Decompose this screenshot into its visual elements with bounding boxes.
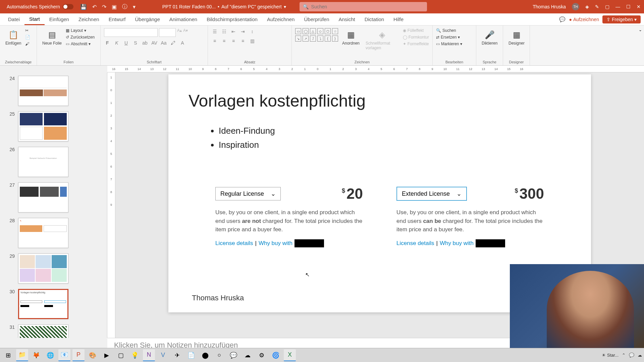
outlook-icon[interactable]: 📧 — [58, 349, 70, 361]
chrome-icon[interactable]: 🌐 — [44, 349, 56, 361]
why-buy-link[interactable]: Why buy with — [440, 240, 474, 247]
align-right-icon[interactable]: ≡ — [230, 38, 237, 44]
excel-icon[interactable]: X — [284, 349, 296, 361]
shadow-icon[interactable]: ab — [142, 40, 148, 46]
maximize-button[interactable]: ☐ — [626, 4, 631, 9]
why-buy-link[interactable]: Why buy with — [259, 240, 292, 247]
close-button[interactable]: ✕ — [637, 4, 641, 9]
weather-widget[interactable]: ☀ Star... — [602, 353, 619, 358]
font-color-icon[interactable]: A — [179, 40, 186, 46]
cut-icon[interactable]: ✂ — [25, 28, 30, 33]
section-button[interactable]: ▭ Abschnitt ▾ — [66, 42, 95, 46]
tray-icon[interactable]: 💬 — [629, 353, 634, 358]
tab-datei[interactable]: Datei — [3, 13, 24, 25]
save-icon[interactable]: 💾 — [80, 4, 87, 10]
increase-font-icon[interactable]: A▴ — [177, 28, 182, 37]
find-button[interactable]: 🔍 Suchen — [436, 28, 462, 33]
tab-animationen[interactable]: Animationen — [165, 13, 202, 25]
arrange-button[interactable]: ▦Anordnen — [340, 28, 362, 47]
tab-entwurf[interactable]: Entwurf — [104, 13, 130, 25]
align-left-icon[interactable]: ≡ — [211, 38, 218, 44]
case-icon[interactable]: Aa — [160, 40, 167, 46]
firefox-icon[interactable]: 🦊 — [30, 349, 42, 361]
app-icon[interactable]: ▢ — [115, 349, 127, 361]
app-icon[interactable]: V — [157, 349, 169, 361]
slide-thumbnail-25[interactable] — [18, 111, 68, 141]
strike-icon[interactable]: S — [132, 40, 139, 46]
powerpoint-icon[interactable]: P — [72, 349, 85, 361]
app-icon[interactable]: ☁ — [241, 349, 254, 361]
new-slide-button[interactable]: ▤Neue Folie — [40, 28, 64, 47]
tab-ueberpruefen[interactable]: Überprüfen — [299, 13, 334, 25]
search-box[interactable]: 🔍 — [300, 2, 427, 11]
tab-bildschirm[interactable]: Bildschirmpräsentation — [202, 13, 262, 25]
onenote-icon[interactable]: N — [143, 349, 155, 361]
diamond-icon[interactable]: ◈ — [585, 4, 589, 9]
redo-icon[interactable]: ↷ — [102, 4, 106, 10]
more-icon[interactable]: ▾ — [133, 4, 136, 10]
slide-title[interactable]: Vorlagen kostenpflichtig — [189, 91, 571, 111]
justify-icon[interactable]: ≡ — [239, 38, 246, 44]
license-details-link[interactable]: License details — [215, 240, 253, 247]
slide-thumbnail-30[interactable]: Vorlagen kostenpflichtig — [18, 289, 68, 319]
shape-outline-button[interactable]: ◯ Formkontur — [403, 35, 429, 40]
slide-thumbnails-panel[interactable]: 24 25 26Beispiel Verkaufs Präsentation 2… — [0, 72, 107, 338]
slide-thumbnail-29[interactable] — [18, 253, 68, 284]
dictate-button[interactable]: 🎤Diktieren — [480, 28, 499, 47]
numbering-icon[interactable]: ☷ — [221, 28, 227, 35]
undo-icon[interactable]: ↶ — [92, 4, 97, 10]
shape-fill-button[interactable]: ◉ Fülleffekt — [403, 28, 429, 33]
align-center-icon[interactable]: ≡ — [221, 38, 227, 44]
tab-start[interactable]: Start — [24, 13, 45, 25]
indent-right-icon[interactable]: ⇥ — [239, 28, 246, 35]
window-icon[interactable]: ▢ — [605, 4, 609, 9]
search-input[interactable] — [311, 4, 424, 9]
slide-thumbnail-31[interactable] — [18, 324, 68, 338]
edge-icon[interactable]: 🌀 — [270, 349, 282, 361]
copy-icon[interactable]: 📄 — [25, 35, 30, 40]
tray-chevron-icon[interactable]: ⌃ — [622, 353, 626, 358]
share-button[interactable]: ⇪ Freigeben ▾ — [602, 15, 641, 23]
italic-icon[interactable]: K — [113, 40, 120, 46]
app-icon[interactable]: 📄 — [185, 349, 197, 361]
record-button[interactable]: ● Aufzeichnen — [569, 17, 599, 22]
regular-license-select[interactable]: Regular License ⌄ — [215, 187, 281, 200]
bold-icon[interactable]: F — [104, 40, 111, 46]
tab-ansicht[interactable]: Ansicht — [334, 13, 360, 25]
pen-icon[interactable]: ✎ — [595, 4, 599, 9]
format-painter-icon[interactable]: 🖌 — [25, 42, 30, 46]
autosave-toggle[interactable]: Automatisches Speichern — [7, 4, 73, 9]
slideshow-icon[interactable]: ▣ — [112, 4, 117, 10]
tab-dictation[interactable]: Dictation — [360, 13, 389, 25]
telegram-icon[interactable]: ✈ — [171, 349, 183, 361]
line-spacing-icon[interactable]: ↕ — [249, 28, 256, 35]
bullets-icon[interactable]: ☰ — [211, 28, 218, 35]
decrease-font-icon[interactable]: A▾ — [183, 28, 188, 37]
tab-aufzeichnen[interactable]: Aufzeichnen — [262, 13, 300, 25]
replace-button[interactable]: ⇄ Ersetzen ▾ — [436, 35, 462, 40]
app-icon[interactable]: 💡 — [129, 349, 141, 361]
designer-button[interactable]: ▦Designer — [506, 28, 527, 47]
paste-button[interactable]: 📋Einfügen — [3, 28, 23, 47]
tab-einfuegen[interactable]: Einfügen — [45, 13, 74, 25]
font-family-select[interactable] — [104, 28, 158, 37]
chevron-down-icon[interactable]: ▾ — [284, 4, 286, 9]
app-icon[interactable]: ○ — [213, 349, 225, 361]
comments-icon[interactable]: 💬 — [559, 16, 566, 22]
select-button[interactable]: ▭ Markieren ▾ — [436, 42, 462, 46]
slide-thumbnail-24[interactable] — [18, 76, 68, 106]
settings-icon[interactable]: ⚙ — [256, 349, 268, 361]
discord-icon[interactable]: 💬 — [227, 349, 239, 361]
minimize-button[interactable]: — — [615, 4, 620, 9]
slide-thumbnail-27[interactable] — [18, 182, 68, 213]
collapse-ribbon-icon[interactable]: ⌄ — [639, 27, 642, 32]
highlight-icon[interactable]: 🖍 — [170, 40, 176, 46]
slide-bullets[interactable]: Ideen-Findung Inspiration — [219, 124, 571, 152]
accessibility-icon[interactable]: ⓘ — [122, 3, 127, 10]
extended-license-select[interactable]: Extended License ⌄ — [396, 187, 467, 201]
indent-left-icon[interactable]: ⇤ — [230, 28, 237, 35]
vlc-icon[interactable]: ▶ — [101, 349, 113, 361]
spacing-icon[interactable]: AV — [151, 40, 158, 46]
font-size-select[interactable] — [159, 28, 176, 37]
columns-icon[interactable]: ▥ — [249, 38, 256, 44]
